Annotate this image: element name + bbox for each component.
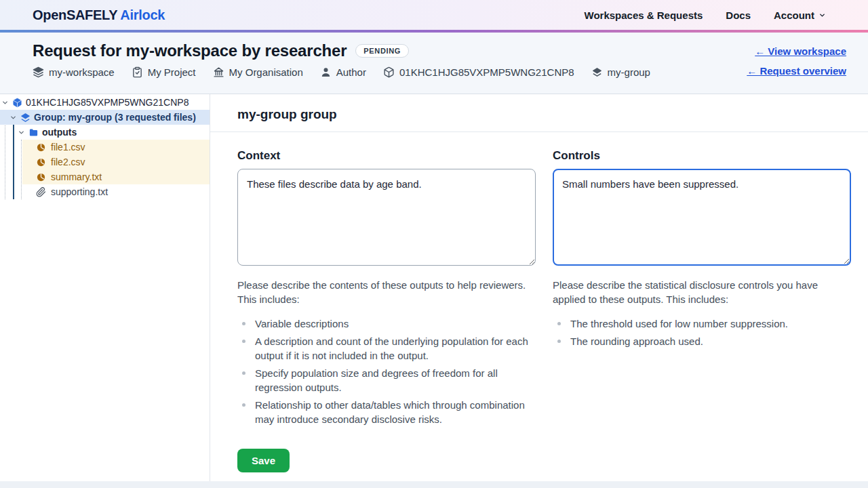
controls-help: Please describe the statistical disclosu… [553, 278, 851, 348]
group-detail-panel: my-group group Context These files descr… [210, 94, 868, 481]
meta-group: my-group [591, 66, 650, 78]
status-badge: PENDING [355, 44, 409, 58]
tree-file-label: summary.txt [51, 171, 102, 182]
context-column: Context These files describe data by age… [237, 149, 536, 430]
meta-project: My Project [132, 66, 196, 78]
meta-label: 01KHC1HJG85VXPMP5WNG21CNP8 [399, 66, 574, 78]
help-bullet: Specify population size and degrees of f… [237, 366, 536, 394]
nav-label: Account [774, 9, 814, 21]
controls-textarea[interactable]: Small numbers have been suppressed. [553, 169, 851, 266]
nav-label: Docs [726, 9, 751, 21]
controls-heading: Controls [553, 149, 851, 163]
chevron-down-icon [818, 12, 826, 19]
cube-icon [12, 98, 22, 108]
controls-column: Controls Small numbers have been suppres… [553, 149, 851, 430]
clipboard-icon [132, 66, 143, 78]
nav-links: Workspaces & Requests Docs Account [585, 9, 826, 21]
tree-node-request-root[interactable]: 01KHC1HJG85VXPMP5WNG21CNP8 [0, 95, 210, 110]
tree-node-supporting[interactable]: supporting.txt [0, 184, 210, 199]
folder-icon [28, 127, 39, 138]
context-help-list: Variable descriptions A description and … [237, 317, 536, 426]
output-file-icon [36, 157, 46, 167]
output-file-icon [36, 172, 46, 182]
help-bullet: A description and count of the underlyin… [237, 334, 536, 363]
context-controls-form: Context These files describe data by age… [210, 132, 868, 430]
nav-docs[interactable]: Docs [726, 9, 751, 21]
tree-node-summary[interactable]: summary.txt [0, 169, 210, 184]
meta-organisation: My Organisation [213, 66, 303, 78]
context-textarea[interactable]: These files describe data by age band. [237, 169, 536, 266]
meta-label: Author [336, 66, 366, 78]
nav-workspaces-requests[interactable]: Workspaces & Requests [585, 9, 703, 21]
nav-account-menu[interactable]: Account [774, 9, 826, 21]
content-area: 01KHC1HJG85VXPMP5WNG21CNP8 Group: my-gro… [0, 94, 868, 481]
tree-node-outputs-folder[interactable]: outputs [0, 125, 210, 140]
tree-node-label: Group: my-group (3 requested files) [34, 112, 196, 123]
app-logo[interactable]: OpenSAFELY Airlock [33, 7, 165, 23]
tree-node-group-selected[interactable]: Group: my-group (3 requested files) [0, 110, 210, 125]
tree-file-label: file1.csv [51, 142, 85, 152]
view-workspace-link[interactable]: ← View workspace [755, 45, 846, 57]
title-row: Request for my-workspace by researcher P… [33, 41, 650, 60]
request-overview-link[interactable]: ← Request overview [747, 65, 846, 77]
breadcrumb: my-workspace My Project My Organisation … [33, 66, 650, 78]
panel-header: my-group group [210, 94, 868, 132]
chevron-down-icon[interactable] [9, 114, 17, 121]
save-button[interactable]: Save [237, 449, 290, 472]
help-bullet: The rounding approach used. [553, 334, 851, 348]
meta-workspace: my-workspace [33, 66, 115, 78]
file-tree-sidebar: 01KHC1HJG85VXPMP5WNG21CNP8 Group: my-gro… [0, 94, 210, 481]
layers-icon [591, 66, 603, 78]
meta-request-id: 01KHC1HJG85VXPMP5WNG21CNP8 [383, 66, 574, 78]
context-help-intro: Please describe the contents of these ou… [237, 278, 536, 306]
meta-label: my-group [608, 66, 650, 78]
page-header-left: Request for my-workspace by researcher P… [33, 41, 650, 94]
chevron-down-icon[interactable] [1, 99, 9, 106]
page-header: Request for my-workspace by researcher P… [0, 33, 868, 94]
meta-label: My Organisation [229, 66, 303, 78]
tree-node-file2[interactable]: file2.csv [0, 155, 210, 169]
logo-primary: OpenSAFELY [33, 7, 117, 22]
tree-node-file1[interactable]: file1.csv [0, 140, 210, 155]
layers-icon [20, 113, 31, 123]
context-heading: Context [237, 149, 536, 163]
chevron-down-icon[interactable] [18, 129, 25, 136]
context-help: Please describe the contents of these ou… [237, 278, 536, 426]
help-bullet: Relationship to other data/tables which … [237, 398, 536, 426]
tree-file-label: file2.csv [51, 157, 85, 167]
group-title: my-group group [237, 107, 841, 122]
help-bullet: Variable descriptions [237, 317, 536, 331]
panel-footer: Save [210, 430, 868, 481]
paperclip-icon [36, 187, 46, 197]
meta-author: Author [320, 66, 366, 78]
page-title: Request for my-workspace by researcher [33, 41, 347, 60]
tree-node-label: 01KHC1HJG85VXPMP5WNG21CNP8 [26, 97, 189, 108]
layers-icon [33, 66, 44, 78]
controls-help-intro: Please describe the statistical disclosu… [553, 278, 851, 306]
logo-secondary: Airlock [120, 7, 165, 22]
user-icon [320, 66, 332, 78]
organisation-icon [213, 66, 224, 78]
cube-icon [383, 66, 395, 78]
tree-node-label: outputs [42, 127, 77, 138]
help-bullet: The threshold used for low number suppre… [553, 317, 851, 331]
controls-help-list: The threshold used for low number suppre… [553, 317, 851, 348]
top-nav: OpenSAFELY Airlock Workspaces & Requests… [0, 0, 868, 30]
page-header-links: ← View workspace ← Request overview [747, 41, 846, 94]
nav-label: Workspaces & Requests [585, 9, 703, 21]
tree-file-label: supporting.txt [51, 186, 108, 197]
output-file-icon [36, 142, 46, 152]
meta-label: my-workspace [49, 66, 115, 78]
meta-label: My Project [148, 66, 196, 78]
